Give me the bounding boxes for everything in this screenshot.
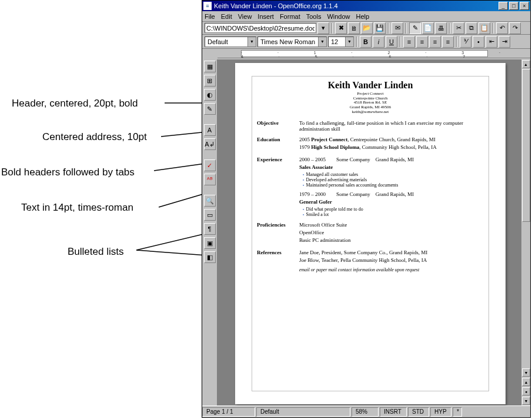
numbered-list-button[interactable]: ⅟ [460, 36, 471, 48]
align-justify-button[interactable]: ≡ [442, 36, 454, 48]
bullet-list-button[interactable]: • [473, 36, 484, 48]
separator [449, 23, 450, 34]
bullet-item: Smiled a lot [303, 212, 484, 217]
ref-note: email or paper mail contact information … [299, 267, 484, 272]
chevron-down-icon[interactable]: ▼ [318, 37, 326, 46]
resume-content: Keith Vander Linden Project Connect Cent… [252, 77, 488, 281]
education-line: 1979 High School Diploma, Community High… [299, 144, 484, 150]
annotation-bullets: Bulleted lists [68, 246, 123, 258]
body-experience: 2000 – 2005 Some Company Grand Rapids, M… [299, 157, 484, 217]
new-icon[interactable]: 🗎 [348, 22, 360, 34]
data-sources-icon[interactable]: ▭ [204, 209, 216, 221]
titlebar[interactable]: ≡ Keith Vander Linden - OpenOffice.org 1… [202, 1, 530, 11]
cut-icon[interactable]: ✂ [453, 22, 464, 34]
spellcheck-icon[interactable]: ✓ [204, 159, 216, 171]
status-page[interactable]: Page 1 / 1 [202, 407, 255, 417]
body-education: 2005 Project Connect, Centrepointe Churc… [299, 137, 484, 152]
separator [456, 36, 457, 47]
paste-icon[interactable]: 📋 [479, 22, 490, 34]
edit-icon[interactable]: ✎ [409, 22, 421, 34]
status-modified[interactable]: * [453, 407, 462, 417]
align-center-button[interactable]: ≡ [416, 36, 428, 48]
italic-button[interactable]: i [373, 36, 384, 48]
label-education: Education [257, 137, 299, 152]
redo-icon[interactable]: ↷ [509, 22, 521, 34]
maximize-button[interactable]: □ [509, 2, 518, 10]
undo-icon[interactable]: ↶ [496, 22, 508, 34]
align-right-button[interactable]: ≡ [429, 36, 441, 48]
bullet-item: Developed advertising materials [303, 177, 484, 182]
prev-page-icon[interactable]: ▲ [522, 378, 530, 386]
label-experience: Experience [257, 157, 299, 217]
separator [356, 36, 357, 47]
insert-object-icon[interactable]: ◐ [204, 89, 216, 101]
menu-view[interactable]: View [238, 13, 252, 20]
scroll-thumb[interactable] [522, 69, 530, 222]
menu-tools[interactable]: Tools [306, 13, 322, 20]
dropdown-icon[interactable]: ▾ [317, 22, 329, 34]
body-proficiencies: Microsoft Office Suite OpenOffice Basic … [299, 222, 484, 245]
prof-line: OpenOffice [299, 230, 484, 235]
autotext-icon[interactable]: A↲ [204, 138, 216, 150]
bold-button[interactable]: B [360, 36, 372, 48]
decrease-indent-button[interactable]: ⇤ [486, 36, 497, 48]
status-zoom[interactable]: 58% [352, 407, 379, 417]
pdf-icon[interactable]: 📄 [422, 22, 434, 34]
body-objective: To find a challenging, full-time positio… [299, 120, 484, 132]
mail-icon[interactable]: ✉ [392, 22, 403, 34]
insert-field-icon[interactable]: ⊞ [204, 75, 216, 87]
status-insert[interactable]: INSRT [380, 407, 407, 417]
menubar: File Edit View Insert Format Tools Windo… [202, 11, 530, 22]
menu-file[interactable]: File [205, 13, 215, 20]
menu-insert[interactable]: Insert [257, 13, 274, 20]
graphics-icon[interactable]: ▣ [204, 237, 216, 249]
menu-window[interactable]: Window [327, 13, 350, 20]
status-hyp[interactable]: HYP [430, 407, 451, 417]
chevron-down-icon[interactable]: ▼ [247, 37, 256, 46]
menu-format[interactable]: Format [280, 13, 300, 20]
online-layout-icon[interactable]: ◧ [204, 251, 216, 263]
increase-indent-button[interactable]: ⇥ [498, 36, 510, 48]
resume-address: Project Connect Centrepointe Church 4518… [257, 92, 484, 114]
font-size-combo[interactable]: 12 ▼ [328, 36, 354, 47]
paragraph-style-combo[interactable]: Default ▼ [205, 36, 256, 47]
exp-dates: 1979 – 2000 Some Company Grand Rapids, M… [299, 191, 484, 197]
navigator-icon[interactable]: ● [522, 387, 530, 395]
insert-table-icon[interactable]: ▦ [204, 61, 216, 72]
scroll-down-icon[interactable]: ▼ [522, 368, 530, 377]
section-experience: Experience 2000 – 2005 Some Company Gran… [257, 157, 484, 217]
document-area[interactable]: Keith Vander Linden Project Connect Cent… [218, 59, 521, 405]
show-draw-icon[interactable]: ✎ [204, 103, 216, 115]
nonprinting-icon[interactable]: ¶ [204, 223, 216, 235]
menu-edit[interactable]: Edit [221, 13, 232, 20]
section-references: References Jane Doe, President, Some Com… [257, 250, 484, 272]
app-icon: ≡ [203, 2, 212, 10]
body-references: Jane Doe, President, Some Company Co., G… [299, 250, 484, 272]
form-icon[interactable]: A [204, 124, 216, 136]
stop-icon[interactable]: ✖ [335, 22, 347, 34]
copy-icon[interactable]: ⧉ [466, 22, 477, 34]
underline-button[interactable]: U [386, 36, 397, 48]
font-name-combo[interactable]: Times New Roman ▼ [257, 36, 327, 47]
auto-spellcheck-icon[interactable]: ᴬᴮ [204, 174, 216, 185]
scroll-up-icon[interactable]: ▲ [522, 60, 530, 68]
path-input[interactable] [205, 23, 316, 33]
ref-line: Joe Blow, Teacher, Pella Community High … [299, 257, 484, 263]
prof-line: Microsoft Office Suite [299, 222, 484, 228]
label-proficiencies: Proficiencies [257, 222, 299, 245]
status-std[interactable]: STD [408, 407, 429, 417]
chevron-down-icon[interactable]: ▼ [345, 37, 353, 46]
save-icon[interactable]: 💾 [374, 22, 386, 34]
find-icon[interactable]: 🔍 [204, 195, 216, 207]
ruler[interactable]: · · 1 · 2 · 3 · 4 · 5 · 6 · 7 [218, 49, 530, 58]
close-button[interactable]: × [520, 2, 529, 10]
print-icon[interactable]: 🖶 [435, 22, 447, 34]
open-icon[interactable]: 📂 [361, 22, 373, 34]
next-page-icon[interactable]: ▼ [522, 397, 530, 405]
align-left-button[interactable]: ≡ [403, 36, 415, 48]
menu-help[interactable]: Help [356, 13, 370, 20]
vertical-scrollbar[interactable]: ▲ ▼ ▲ ● ▼ [521, 59, 530, 405]
status-style[interactable]: Default [256, 407, 350, 417]
page[interactable]: Keith Vander Linden Project Connect Cent… [235, 63, 506, 404]
minimize-button[interactable]: _ [498, 2, 508, 10]
